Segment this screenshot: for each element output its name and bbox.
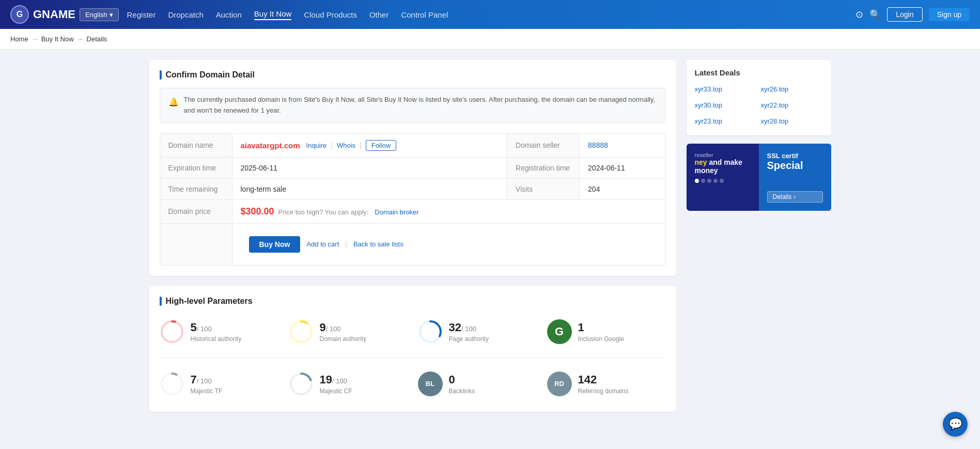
seller-link[interactable]: 88888 [588, 141, 608, 149]
nav-buyitnow[interactable]: Buy It Now [254, 9, 292, 20]
logo-name: GNAME [33, 8, 75, 21]
nav-auction[interactable]: Auction [216, 10, 242, 19]
table-row-time: Time remaining long-term sale Visits 204 [160, 178, 665, 199]
majestic-cf-value: 19 [320, 373, 332, 386]
buy-now-button[interactable]: Buy Now [249, 236, 301, 253]
param-backlinks: BL 0 Backlinks [418, 371, 537, 396]
follow-button[interactable]: Follow [366, 140, 397, 151]
params-divider [160, 358, 666, 358]
main-nav: Register Dropcatch Auction Buy It Now Cl… [127, 9, 448, 20]
majestic-cf-icon [289, 371, 314, 396]
breadcrumb-buyitnow[interactable]: Buy It Now [41, 35, 74, 43]
promo-main: ney and make money [695, 158, 751, 175]
latest-deals-card: Latest Deals xyr33.top xyr26.top xyr30.t… [687, 60, 831, 135]
deal-link-5[interactable]: xyr28.top [761, 115, 823, 127]
promo-dot-2 [701, 179, 705, 183]
add-to-cart-link[interactable]: Add to cart [306, 240, 339, 248]
breadcrumb-home[interactable]: Home [10, 35, 28, 43]
majestic-cf-label: Majestic CF [320, 388, 352, 395]
referring-domains-value: 142 [578, 373, 597, 386]
historical-authority-denom: / 100 [197, 325, 212, 333]
price-value: $300.00 [241, 206, 274, 216]
promo-dot-3 [707, 179, 711, 183]
inclusion-google-value: 1 [578, 321, 584, 334]
time-remaining-label: Time remaining [160, 178, 232, 199]
deal-link-3[interactable]: xyr22.top [761, 99, 823, 111]
registration-value: 2024-06-11 [580, 157, 665, 178]
breadcrumb: Home → Buy It Now → Details [0, 29, 980, 50]
table-row-actions: Buy Now Add to cart | Back to sale lists [160, 223, 665, 265]
backlinks-icon: BL [418, 371, 443, 396]
back-to-sale-lists-link[interactable]: Back to sale lists [353, 240, 403, 248]
logo[interactable]: G GNAME [10, 5, 75, 24]
promo-right: SSL certif Special Details › [759, 144, 831, 211]
signup-button[interactable]: Sign up [929, 8, 970, 21]
chevron-right-icon: › [794, 193, 796, 200]
majestic-tf-denom: / 100 [197, 377, 212, 385]
promo-dot-1 [695, 179, 699, 183]
domain-authority-value: 9 [320, 321, 326, 334]
table-row-domain: Domain name aiavatargpt.com Inquire | Wh… [160, 133, 665, 157]
chat-button[interactable]: 💬 [943, 412, 968, 432]
domain-authority-label: Domain authority [320, 335, 367, 343]
domain-actions: Inquire | Whois | Follow [306, 140, 397, 151]
historical-authority-icon [160, 319, 184, 344]
broker-link[interactable]: Domain broker [375, 208, 418, 216]
deal-link-2[interactable]: xyr30.top [695, 99, 757, 111]
table-row-price: Domain price $300.00 Price too high? You… [160, 199, 665, 223]
actions-cell: Buy Now Add to cart | Back to sale lists [232, 223, 665, 265]
language-selector[interactable]: English ▾ [80, 8, 119, 21]
breadcrumb-arrow-1: → [32, 35, 38, 43]
deal-link-0[interactable]: xyr33.top [695, 83, 757, 95]
page-authority-value: 32 [449, 321, 461, 334]
params-grid-2: 7/ 100 Majestic TF 19/ 100 Majestic C [160, 366, 666, 401]
page-authority-icon [418, 319, 443, 344]
visits-value: 204 [580, 178, 665, 199]
inquire-link[interactable]: Inquire [306, 142, 327, 149]
backlinks-value: 0 [449, 373, 455, 386]
header-right: ⊙ 🔍 Login Sign up [855, 7, 970, 22]
param-page-authority-text: 32/ 100 Page authority [449, 321, 489, 343]
historical-authority-value: 5 [191, 321, 197, 334]
historical-authority-label: Historical authority [191, 335, 242, 343]
actions-label-empty [160, 223, 232, 265]
registration-label: Registration time [507, 157, 580, 178]
header: G GNAME English ▾ Register Dropcatch Auc… [0, 0, 980, 29]
login-button[interactable]: Login [887, 7, 922, 22]
nav-other[interactable]: Other [369, 10, 389, 19]
promo-reseller-label: reseller [695, 152, 751, 158]
chevron-down-icon: ▾ [110, 11, 113, 19]
info-icon: 🔔 [168, 96, 179, 109]
deals-grid: xyr33.top xyr26.top xyr30.top xyr22.top … [695, 83, 823, 127]
promo-details-button[interactable]: Details › [767, 191, 823, 203]
page-authority-denom: / 100 [461, 325, 476, 333]
main-content: Confirm Domain Detail 🔔 The currently pu… [149, 60, 676, 422]
nav-register[interactable]: Register [127, 10, 156, 19]
sidebar: Latest Deals xyr33.top xyr26.top xyr30.t… [687, 60, 831, 422]
logo-icon: G [10, 5, 29, 24]
promo-dot-5 [720, 179, 724, 183]
referring-domains-icon: RD [547, 371, 572, 396]
svg-point-0 [162, 321, 182, 342]
majestic-tf-value: 7 [191, 373, 197, 386]
majestic-cf-denom: / 100 [332, 377, 347, 385]
nav-controlpanel[interactable]: Control Panel [401, 10, 448, 19]
param-backlinks-text: 0 Backlinks [449, 373, 475, 395]
domain-table: Domain name aiavatargpt.com Inquire | Wh… [160, 133, 666, 266]
deal-link-1[interactable]: xyr26.top [761, 83, 823, 95]
deal-link-4[interactable]: xyr23.top [695, 115, 757, 127]
whois-link[interactable]: Whois [337, 142, 355, 149]
param-historical-authority: 5/ 100 Historical authority [160, 319, 278, 344]
user-icon[interactable]: ⊙ [855, 9, 863, 20]
nav-cloudproducts[interactable]: Cloud Products [304, 10, 357, 19]
domain-name-link[interactable]: aiavatargpt.com [241, 141, 300, 150]
nav-dropcatch[interactable]: Dropcatch [168, 10, 203, 19]
param-domain-authority: 9/ 100 Domain authority [289, 319, 408, 344]
domain-seller-cell: 88888 [580, 133, 665, 157]
referring-domains-label: Referring domains [578, 388, 629, 395]
param-majestic-tf: 7/ 100 Majestic TF [160, 371, 278, 396]
param-majestic-cf-text: 19/ 100 Majestic CF [320, 373, 352, 395]
domain-seller-label: Domain seller [507, 133, 580, 157]
confirm-domain-title: Confirm Domain Detail [160, 70, 666, 80]
search-icon[interactable]: 🔍 [869, 9, 881, 20]
